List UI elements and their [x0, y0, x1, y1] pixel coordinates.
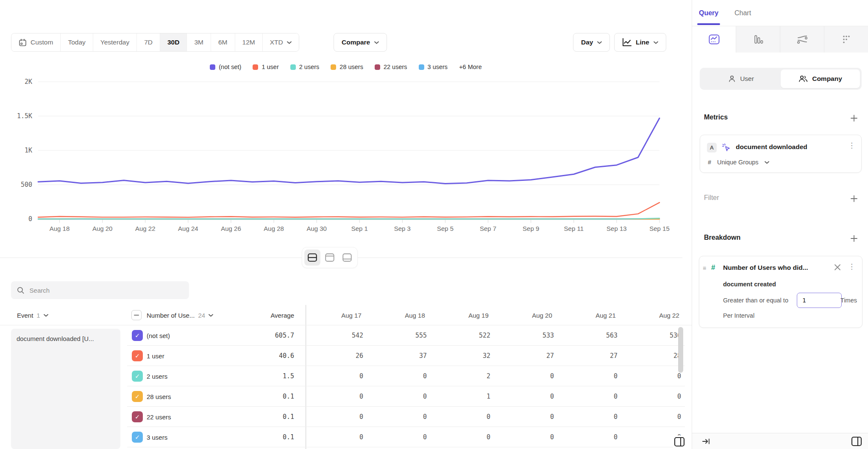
breakdown-kebab-menu[interactable]: ⋮: [848, 265, 855, 269]
row-label: 22 users: [147, 407, 171, 427]
range-3m[interactable]: 3M: [187, 33, 211, 51]
chart-type-line[interactable]: [692, 26, 736, 53]
date-column-header[interactable]: Aug 18: [383, 305, 447, 325]
user-icon: [728, 75, 736, 83]
level-toggle: User Company: [700, 68, 862, 90]
table-scrollbar[interactable]: [678, 327, 683, 373]
row-checkbox[interactable]: ✓: [132, 432, 143, 443]
breakdown-condition[interactable]: Greater than or equal to: [723, 297, 788, 304]
x-axis-label: Sep 3: [394, 225, 411, 232]
chart-type-button[interactable]: Line: [614, 33, 666, 52]
plus-icon: [851, 235, 857, 242]
table-row: ✓(not set)605.7542555522533563536: [0, 325, 692, 346]
x-axis-label: Sep 13: [606, 225, 627, 232]
row-checkbox[interactable]: ✓: [132, 371, 143, 382]
range-xtd[interactable]: XTD: [263, 33, 299, 51]
tab-chart[interactable]: Chart: [734, 0, 751, 26]
value-cell: 0: [510, 427, 574, 447]
value-cell: 555: [383, 325, 447, 346]
chart-type-bar[interactable]: [736, 26, 780, 53]
add-filter-button[interactable]: [849, 194, 859, 203]
series-column-header[interactable]: Number of Use... 24: [147, 305, 213, 325]
chevron-down-icon: [287, 41, 292, 44]
filter-heading: Filter: [704, 194, 719, 202]
value-cell: 0: [383, 407, 447, 427]
x-axis-label: Sep 11: [564, 225, 584, 232]
date-column-header[interactable]: Aug 21: [574, 305, 637, 325]
event-click-icon: [721, 143, 732, 153]
interval-button[interactable]: Day: [573, 33, 610, 52]
level-company[interactable]: Company: [781, 69, 860, 88]
close-icon[interactable]: [833, 263, 842, 272]
range-custom[interactable]: Custom: [11, 33, 61, 51]
layout-table-only-button[interactable]: [339, 249, 355, 266]
breakdown-event[interactable]: document created: [723, 281, 776, 288]
chart-type-flow[interactable]: [780, 26, 824, 53]
line-chart-icon: [709, 34, 720, 44]
select-all-checkbox[interactable]: [131, 310, 142, 320]
date-column-header[interactable]: Aug 17: [320, 305, 383, 325]
date-column-header[interactable]: Aug 19: [447, 305, 510, 325]
range-today[interactable]: Today: [61, 33, 93, 51]
check-icon: ✓: [135, 413, 140, 420]
metric-card[interactable]: A document downloaded ⋮ # Unique Groups: [700, 135, 862, 173]
breakdown-card[interactable]: ≡ # Number of Users who did... ⋮ documen…: [699, 256, 862, 328]
collapse-sidebar-icon[interactable]: [701, 437, 711, 446]
flow-chart-icon: [796, 34, 808, 44]
value-cell: 27: [510, 346, 574, 366]
range-label: Today: [68, 39, 85, 46]
range-30d[interactable]: 30D: [160, 33, 187, 51]
row-checkbox[interactable]: ✓: [132, 391, 143, 402]
value-cell: 0: [383, 366, 447, 386]
metric-kebab-menu[interactable]: ⋮: [848, 144, 855, 148]
check-icon: ✓: [135, 434, 140, 441]
tab-query[interactable]: Query: [699, 0, 718, 26]
chevron-down-icon: [597, 41, 602, 44]
value-cell: 0: [320, 366, 383, 386]
chart-type-grid[interactable]: [824, 26, 868, 53]
range-yesterday[interactable]: Yesterday: [93, 33, 137, 51]
row-checkbox[interactable]: ✓: [132, 350, 143, 361]
panel-layout-icon[interactable]: [851, 436, 862, 447]
series-line-(not set): [38, 118, 659, 184]
indeterminate-mark: [134, 315, 139, 316]
metric-event-name[interactable]: document downloaded: [736, 143, 807, 151]
open-panel-button[interactable]: [673, 435, 686, 448]
drag-handle-icon[interactable]: ≡: [703, 265, 706, 272]
value-cell: 26: [320, 346, 383, 366]
add-metric-button[interactable]: [849, 114, 859, 123]
series-line-2 users: [38, 218, 659, 219]
value-cell: 0: [383, 427, 447, 447]
search-input[interactable]: [30, 287, 183, 294]
breakdown-value-input[interactable]: 1: [797, 293, 842, 308]
average-value: 40.6: [232, 346, 294, 366]
line-chart[interactable]: 05001K1.5K2KAug 18Aug 20Aug 22Aug 24Aug …: [0, 59, 692, 237]
plus-icon: [851, 115, 857, 122]
range-label: 30D: [167, 39, 179, 46]
y-axis-label: 1.5K: [17, 112, 32, 120]
layout-split-button[interactable]: [304, 249, 320, 266]
compare-button[interactable]: Compare: [334, 33, 387, 52]
metric-badge: A: [707, 143, 717, 152]
range-12m[interactable]: 12M: [235, 33, 263, 51]
range-label: 12M: [242, 39, 255, 46]
breakdown-per-interval[interactable]: Per Interval: [723, 312, 754, 319]
range-6m[interactable]: 6M: [211, 33, 235, 51]
level-user[interactable]: User: [701, 69, 781, 88]
x-axis-label: Aug 30: [306, 225, 327, 232]
value-cell: 542: [320, 325, 383, 346]
value-cell: 1: [447, 386, 510, 407]
metrics-heading: Metrics: [704, 114, 728, 121]
range-label: XTD: [270, 39, 283, 46]
row-checkbox[interactable]: ✓: [132, 411, 143, 422]
add-breakdown-button[interactable]: [849, 234, 859, 243]
x-axis-label: Sep 15: [649, 225, 670, 232]
range-7d[interactable]: 7D: [137, 33, 160, 51]
x-axis-label: Aug 26: [221, 225, 241, 232]
row-checkbox[interactable]: ✓: [132, 330, 143, 341]
layout-chart-only-button[interactable]: [322, 249, 338, 266]
average-column-header[interactable]: Average: [232, 305, 294, 325]
metric-measure-selector[interactable]: # Unique Groups: [708, 159, 769, 166]
date-column-header[interactable]: Aug 20: [510, 305, 574, 325]
event-column-header[interactable]: Event 1: [17, 305, 48, 325]
